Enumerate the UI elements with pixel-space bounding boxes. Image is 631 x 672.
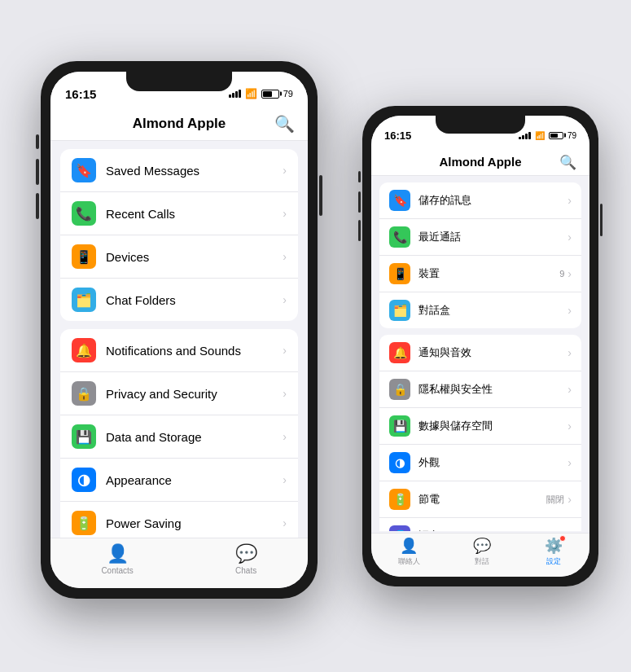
silent-switch — [36, 134, 39, 149]
data-label: Data and Storage — [106, 430, 283, 444]
appearance-label: Appearance — [106, 473, 283, 487]
devices-icon: 📱 — [72, 244, 96, 269]
power-label: Power Saving — [106, 516, 283, 530]
p2-notif-icon: 🔔 — [389, 342, 410, 363]
phone-1-notch — [126, 72, 232, 91]
menu-item-notifications[interactable]: 🔔 Notifications and Sounds › — [60, 329, 298, 372]
chevron-privacy: › — [283, 387, 287, 400]
chevron-devices: › — [283, 250, 287, 263]
p2-devices-badge: 9 — [559, 269, 564, 279]
p2-chevron-privacy: › — [567, 383, 572, 396]
p2-calls-icon: 📞 — [389, 226, 410, 248]
nav-title-1: Almond Apple — [133, 116, 226, 132]
settings-badge-dot — [559, 535, 566, 542]
menu-item-chat-folders[interactable]: 🗂️ Chat Folders › — [60, 279, 298, 321]
p2-power-icon: 🔋 — [389, 489, 410, 510]
tab-chats-2[interactable]: 💬 對話 — [473, 537, 491, 567]
tab-settings-2[interactable]: ⚙️ 設定 — [545, 537, 563, 567]
saved-messages-label: Saved Messages — [106, 164, 283, 178]
search-button-2[interactable]: 🔍 — [559, 153, 576, 170]
p2-devices-icon: 📱 — [389, 263, 410, 284]
p2-menu-group-1: 🔖 儲存的訊息 › 📞 最近通話 › 📱 裝置 9 › 🗂️ 對 — [379, 182, 581, 328]
power-icon: 🔋 — [72, 511, 96, 535]
tab-chats-1[interactable]: 💬 Chats — [235, 543, 257, 575]
menu-item-data[interactable]: 💾 Data and Storage › — [60, 415, 298, 459]
power-btn-2 — [600, 204, 603, 236]
chats-tab-icon-2: 💬 — [473, 537, 491, 555]
recent-calls-label: Recent Calls — [106, 207, 283, 221]
tab-contacts-2[interactable]: 👤 聯絡人 — [398, 537, 420, 567]
p2-devices-label: 裝置 — [418, 266, 559, 281]
volume-up-2 — [358, 191, 361, 213]
silent-switch-2 — [358, 171, 361, 182]
p2-folders[interactable]: 🗂️ 對話盒 › — [379, 292, 581, 328]
chats-tab-label-2: 對話 — [475, 556, 489, 567]
p2-calls[interactable]: 📞 最近通話 › — [379, 219, 581, 256]
signal-bars-2 — [519, 132, 531, 139]
privacy-icon: 🔒 — [72, 381, 96, 406]
phone-1: 16:15 📶 79 Almond Apple 🔍 — [41, 61, 318, 599]
p2-chevron-language: › — [567, 529, 572, 531]
p2-power[interactable]: 🔋 節電 關閉 › — [379, 481, 581, 518]
p2-privacy-icon: 🔒 — [389, 379, 410, 400]
search-button-1[interactable]: 🔍 — [274, 114, 295, 134]
devices-label: Devices — [106, 250, 283, 264]
chevron-notif: › — [283, 344, 287, 357]
signal-bars-1 — [229, 90, 241, 98]
contacts-tab-label-2: 聯絡人 — [398, 556, 420, 567]
p2-notif-label: 通知與音效 — [418, 345, 567, 360]
chats-tab-label-1: Chats — [235, 566, 256, 575]
tab-contacts-1[interactable]: 👤 Contacts — [101, 543, 133, 575]
battery-1 — [261, 90, 279, 99]
battery-pct-1: 79 — [283, 89, 293, 99]
status-time-1: 16:15 — [65, 87, 96, 101]
menu-item-privacy[interactable]: 🔒 Privacy and Security › — [60, 372, 298, 415]
power-button — [319, 175, 322, 216]
chevron-saved: › — [283, 164, 287, 177]
p2-privacy-label: 隱私權與安全性 — [418, 382, 567, 397]
p2-language[interactable]: 🌐 語言 正體中文 by @zh_Hant_TW › — [379, 518, 581, 531]
p2-devices[interactable]: 📱 裝置 9 › — [379, 256, 581, 292]
volume-down-button — [36, 193, 39, 219]
p2-data-icon: 💾 — [389, 415, 410, 437]
p2-saved-icon: 🔖 — [389, 190, 410, 211]
settings-tab-label-2: 設定 — [546, 556, 561, 567]
menu-item-recent-calls[interactable]: 📞 Recent Calls › — [60, 192, 298, 235]
nav-title-2: Almond Apple — [439, 155, 521, 169]
p2-chevron-saved: › — [567, 194, 572, 207]
volume-down-2 — [358, 220, 361, 241]
p2-appearance-label: 外觀 — [418, 455, 567, 470]
data-icon: 💾 — [72, 424, 96, 449]
p2-folders-label: 對話盒 — [418, 303, 567, 318]
scroll-content-2: 🔖 儲存的訊息 › 📞 最近通話 › 📱 裝置 9 › 🗂️ 對 — [371, 176, 589, 531]
p2-chevron-folders: › — [567, 304, 572, 317]
p2-data[interactable]: 💾 數據與儲存空間 › — [379, 408, 581, 445]
tab-bar-2: 👤 聯絡人 💬 對話 ⚙️ 設定 — [371, 533, 589, 577]
p2-privacy[interactable]: 🔒 隱私權與安全性 › — [379, 371, 581, 408]
p2-notif[interactable]: 🔔 通知與音效 › — [379, 335, 581, 371]
menu-item-devices[interactable]: 📱 Devices › — [60, 235, 298, 279]
phone-1-screen: 16:15 📶 79 Almond Apple 🔍 — [50, 72, 308, 588]
wifi-icon-1: 📶 — [245, 88, 257, 99]
menu-item-power[interactable]: 🔋 Power Saving › — [60, 502, 298, 540]
status-time-2: 16:15 — [384, 130, 411, 142]
p2-language-icon: 🌐 — [389, 525, 410, 531]
p2-saved[interactable]: 🔖 儲存的訊息 › — [379, 182, 581, 219]
contacts-tab-label-1: Contacts — [101, 566, 133, 575]
saved-messages-icon: 🔖 — [72, 158, 96, 182]
p2-power-label: 節電 — [418, 492, 546, 507]
chevron-data: › — [283, 430, 287, 443]
p2-chevron-calls: › — [567, 231, 572, 244]
p2-language-label: 語言 — [418, 529, 463, 531]
p2-appearance-icon: ◑ — [389, 452, 410, 473]
p2-folders-icon: 🗂️ — [389, 300, 410, 321]
p2-appearance[interactable]: ◑ 外觀 › — [379, 445, 581, 481]
nav-header-1: Almond Apple 🔍 — [50, 108, 308, 141]
chevron-power: › — [283, 516, 287, 529]
phone-2: 16:15 📶 79 Almond Apple 🔍 — [362, 106, 598, 586]
battery-2 — [549, 132, 563, 139]
menu-item-saved-messages[interactable]: 🔖 Saved Messages › — [60, 149, 298, 192]
nav-header-2: Almond Apple 🔍 — [371, 148, 589, 176]
battery-pct-2: 79 — [567, 131, 576, 140]
menu-item-appearance[interactable]: ◑ Appearance › — [60, 459, 298, 502]
